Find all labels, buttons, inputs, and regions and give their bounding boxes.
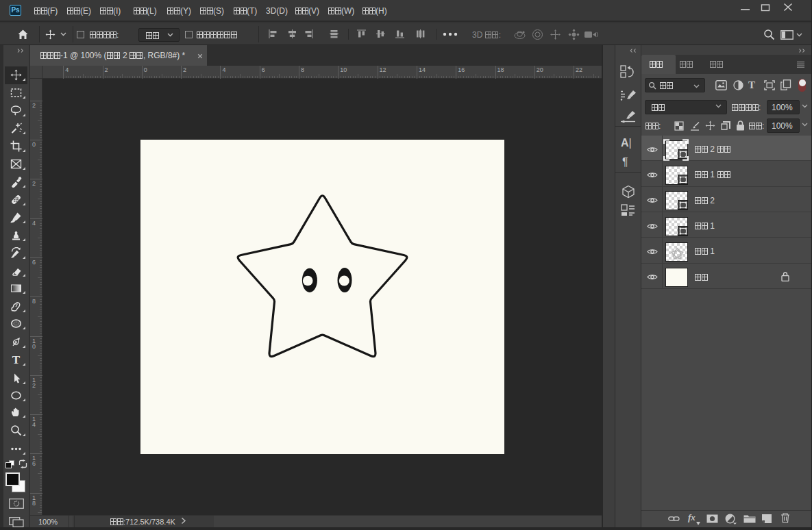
svg-text:T: T bbox=[12, 354, 21, 366]
